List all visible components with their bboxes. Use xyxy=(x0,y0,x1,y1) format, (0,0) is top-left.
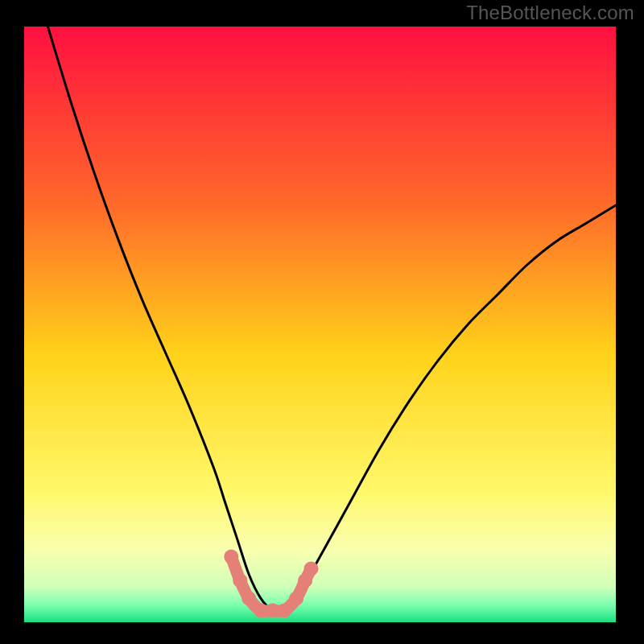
optimal-marker-dot xyxy=(233,573,247,588)
plot-background xyxy=(24,27,616,622)
watermark-text: TheBottleneck.com xyxy=(466,2,634,24)
optimal-marker-dot xyxy=(303,561,318,576)
optimal-marker-dot xyxy=(277,603,291,617)
optimal-marker-dot xyxy=(289,591,303,605)
optimal-marker-dot xyxy=(224,550,238,564)
bottleneck-chart xyxy=(0,0,644,644)
chart-stage: TheBottleneck.com xyxy=(0,0,644,644)
optimal-marker-dot xyxy=(242,591,256,605)
